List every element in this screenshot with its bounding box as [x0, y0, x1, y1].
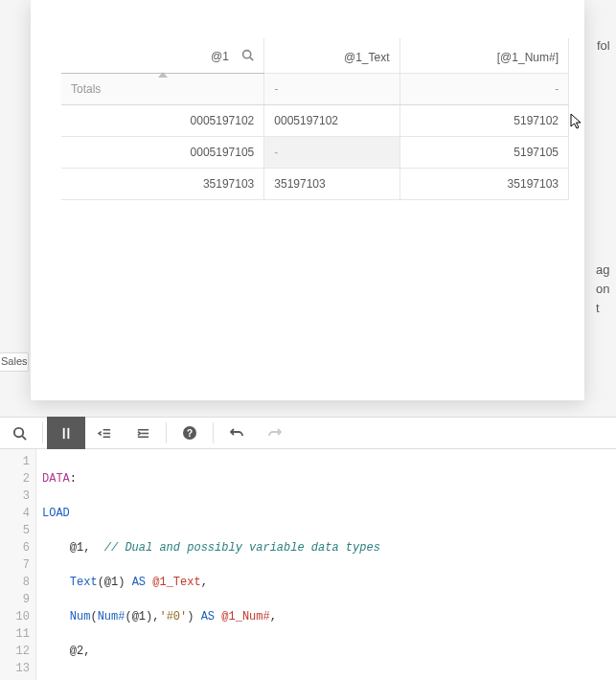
column-header-label: @1_Text: [344, 51, 390, 64]
table-row[interactable]: 0005197102 0005197102 5197102: [61, 104, 569, 136]
redo-button[interactable]: [256, 417, 294, 449]
tab-sales-fragment[interactable]: Sales..: [0, 352, 29, 372]
cell: 35197103: [399, 168, 569, 199]
totals-row: Totals - -: [61, 73, 569, 104]
data-table: @1 @1_Text [@1_Num#]: [61, 38, 569, 200]
separator: [42, 422, 43, 443]
column-header-at1-text[interactable]: @1_Text: [264, 38, 399, 73]
svg-point-0: [243, 50, 251, 57]
svg-rect-5: [67, 427, 69, 438]
svg-rect-4: [62, 427, 64, 438]
search-button[interactable]: [0, 417, 38, 449]
bg-fragment-block: ag on t: [596, 261, 609, 318]
svg-line-1: [250, 57, 253, 59]
help-button[interactable]: ?: [171, 417, 209, 449]
column-header-label: [@1_Num#]: [497, 51, 559, 64]
totals-label: Totals: [61, 73, 264, 104]
line-gutter: 1234567891011121314: [0, 449, 36, 680]
svg-line-3: [22, 436, 26, 440]
cell: 35197103: [61, 168, 264, 199]
undo-button[interactable]: [217, 417, 256, 449]
cell: 5197102: [399, 104, 569, 136]
cell: 0005197105: [61, 136, 264, 168]
table-row[interactable]: 35197103 35197103 35197103: [61, 168, 569, 199]
search-icon[interactable]: [241, 49, 254, 64]
sort-indicator-icon: [158, 72, 168, 78]
separator: [213, 422, 214, 443]
column-header-at1-num[interactable]: [@1_Num#]: [399, 38, 569, 73]
svg-text:?: ?: [187, 428, 193, 439]
table-panel: @1 @1_Text [@1_Num#]: [31, 0, 584, 400]
editor-toolbar: ?: [0, 417, 616, 449]
cell: 5197105: [399, 136, 569, 168]
column-header-at1[interactable]: @1: [61, 38, 264, 73]
cell: -: [264, 136, 399, 168]
indent-button[interactable]: [124, 417, 162, 449]
totals-cell: -: [399, 73, 569, 104]
svg-point-2: [13, 427, 22, 436]
code-area[interactable]: DATA: LOAD @1, // Dual and possibly vari…: [36, 449, 616, 680]
totals-cell: -: [264, 73, 399, 104]
bg-fragment-fol: fol: [597, 38, 610, 53]
comment-button[interactable]: [47, 417, 85, 449]
column-header-label: @1: [211, 50, 229, 63]
table-header-row: @1 @1_Text [@1_Num#]: [61, 38, 569, 73]
cell: 0005197102: [264, 104, 399, 136]
cell: 35197103: [264, 168, 399, 199]
cell: 0005197102: [61, 104, 264, 136]
script-editor[interactable]: 1234567891011121314 DATA: LOAD @1, // Du…: [0, 449, 616, 680]
separator: [166, 422, 167, 443]
outdent-button[interactable]: [85, 417, 124, 449]
table-row[interactable]: 0005197105 - 5197105: [61, 136, 569, 168]
